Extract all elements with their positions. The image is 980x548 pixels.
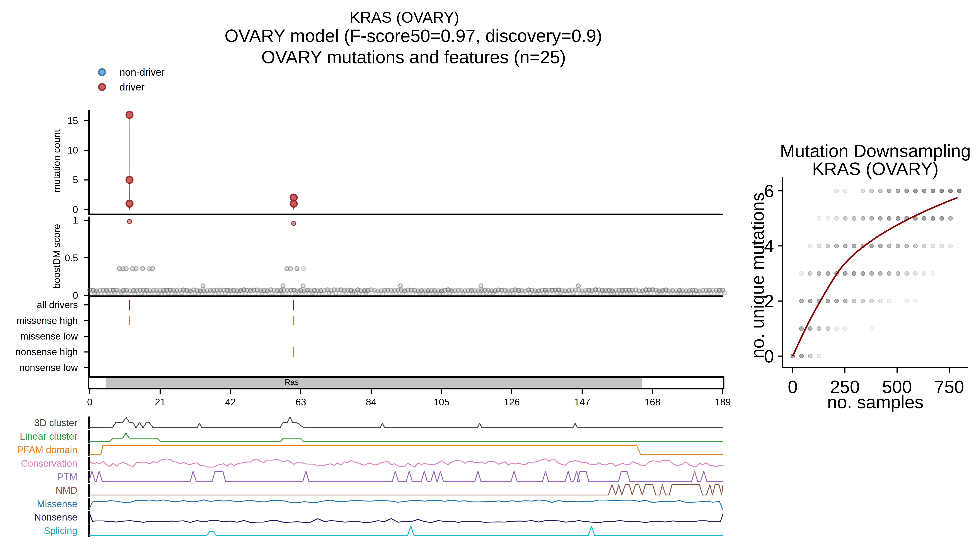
svg-text:0: 0 [73,290,78,301]
svg-text:105: 105 [433,397,449,407]
svg-text:KRAS (OVARY): KRAS (OVARY) [812,159,939,178]
svg-text:0: 0 [87,397,92,407]
svg-text:0.5: 0.5 [65,253,78,263]
svg-text:non-driver: non-driver [119,67,165,78]
svg-text:42: 42 [225,397,236,407]
svg-text:boostDM score: boostDM score [51,224,62,288]
svg-text:750: 750 [934,377,964,397]
svg-text:missense high: missense high [17,315,78,326]
svg-text:10: 10 [67,145,78,156]
svg-text:mutation count: mutation count [51,129,62,193]
svg-text:Missense: Missense [37,499,77,509]
svg-text:168: 168 [644,397,660,407]
svg-text:Ras: Ras [285,378,299,387]
svg-text:189: 189 [715,397,731,407]
svg-text:1: 1 [73,215,78,226]
svg-text:nonsense low: nonsense low [19,362,78,373]
svg-text:OVARY model (F-score50=0.97, d: OVARY model (F-score50=0.97, discovery=0… [224,26,602,46]
svg-text:no. unique mutations: no. unique mutations [748,192,767,358]
svg-text:Conservation: Conservation [21,458,77,468]
svg-text:3D cluster: 3D cluster [34,417,77,428]
svg-text:0: 0 [788,377,798,397]
svg-text:5: 5 [73,174,78,185]
svg-text:driver: driver [119,81,145,93]
svg-text:0: 0 [73,204,78,215]
svg-text:21: 21 [155,397,165,407]
svg-text:15: 15 [67,115,78,126]
svg-text:KRAS (OVARY): KRAS (OVARY) [350,9,459,26]
svg-text:PTM: PTM [57,472,77,482]
svg-text:147: 147 [574,397,590,407]
svg-text:NMD: NMD [56,485,77,495]
svg-text:OVARY mutations and features (: OVARY mutations and features (n=25) [261,47,566,67]
svg-text:nonsense high: nonsense high [16,347,78,357]
svg-text:126: 126 [504,397,520,407]
svg-text:no. samples: no. samples [827,392,924,412]
svg-text:Nonsense: Nonsense [34,512,77,523]
svg-text:63: 63 [296,397,306,407]
svg-text:Mutation Downsampling: Mutation Downsampling [780,141,970,161]
svg-text:PFAM domain: PFAM domain [17,444,77,455]
svg-text:Linear cluster: Linear cluster [20,431,77,441]
svg-text:Splicing: Splicing [44,525,77,536]
svg-text:84: 84 [366,397,377,407]
svg-text:missense low: missense low [20,331,78,341]
svg-text:all drivers: all drivers [37,299,78,310]
